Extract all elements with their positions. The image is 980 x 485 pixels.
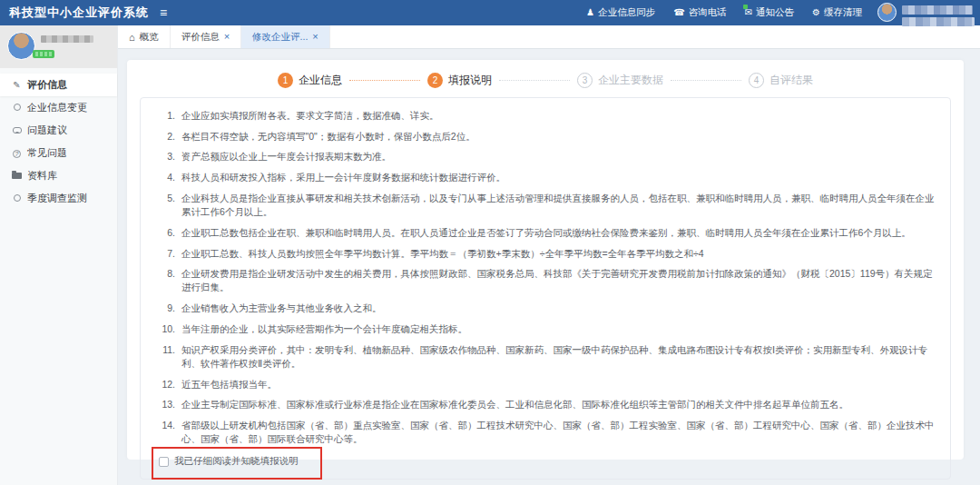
- instructions-panel: 1.企业应如实填报所附各表。要求文字简洁，数据准确、详实。 2.各栏目不得空缺，…: [140, 97, 951, 480]
- mail-icon: ✉: [745, 8, 752, 17]
- step-number: 1: [278, 73, 293, 88]
- edit-icon: ✎: [12, 81, 22, 90]
- nav-label: 缓存清理: [824, 6, 862, 19]
- step-number: 3: [577, 73, 593, 88]
- sidebar-item-label: 问题建议: [27, 124, 67, 137]
- instruction-item: 13.企业主导制定国际标准、国家标准或行业标准是指企业在国家标准化委员会、工业和…: [155, 398, 936, 411]
- top-navbar: 科技型中小企业评价系统 ≡ ♟ 企业信息同步 ☎ 咨询电话 ✉ 通知公告 ⚙ 缓…: [0, 0, 980, 25]
- step-enterprise-info: 1 企业信息: [278, 73, 342, 88]
- step-label: 企业信息: [299, 73, 342, 88]
- instruction-item: 8.企业研发费用是指企业研发活动中发生的相关费用，具体按照财政部、国家税务总局、…: [155, 267, 936, 294]
- step-number: 2: [427, 73, 443, 88]
- wizard-card: 1 企业信息 2 填报说明 3 企业主要数据 4: [127, 60, 964, 460]
- step-filling-instructions: 2 填报说明: [427, 73, 492, 88]
- nav-label: 企业信息同步: [598, 6, 655, 19]
- instruction-item: 12.近五年包括填报当年。: [155, 378, 936, 391]
- header-account-area[interactable]: [877, 3, 975, 26]
- tab-label: 概览: [140, 31, 159, 44]
- close-icon[interactable]: ×: [224, 32, 230, 42]
- nav-notice-announcement[interactable]: ✉ 通知公告: [745, 6, 794, 19]
- circle-icon: [12, 194, 22, 203]
- instruction-item: 7.企业职工总数、科技人员数均按照全年季平均数计算。季平均数＝（季初数+季末数）…: [155, 247, 936, 261]
- step-connector: [499, 80, 570, 81]
- confirm-read-checkbox-row[interactable]: 我已仔细阅读并知晓填报说明: [159, 455, 299, 468]
- step-number: 4: [749, 73, 764, 88]
- instruction-item: 5.企业科技人员是指企业直接从事研发和相关技术创新活动，以及专门从事上述活动管理…: [155, 192, 936, 219]
- tab-label: 修改企业评...: [252, 31, 308, 44]
- step-enterprise-main-data: 3 企业主要数据: [577, 73, 663, 88]
- circle-icon: [12, 104, 22, 113]
- redacted-account-name: [902, 3, 975, 26]
- instruction-item: 3.资产总额应以企业上一年度会计报表期末数为准。: [155, 150, 936, 163]
- tab-bar: ⌂ 概览 评价信息 × 修改企业评... ×: [118, 25, 980, 49]
- user-avatar[interactable]: [7, 32, 35, 60]
- sidebar-item-faq[interactable]: ? 常见问题: [0, 142, 117, 164]
- sidebar-item-library[interactable]: 资料库: [0, 164, 117, 187]
- step-label: 自评结果: [769, 73, 813, 88]
- instruction-item: 1.企业应如实填报所附各表。要求文字简洁，数据准确、详实。: [155, 109, 936, 123]
- hamburger-menu-icon[interactable]: ≡: [160, 6, 167, 19]
- instruction-item: 4.科技人员和研发投入指标，采用上一会计年度财务数据和统计数据进行评价。: [155, 171, 936, 184]
- wizard-stepper: 1 企业信息 2 填报说明 3 企业主要数据 4: [127, 60, 964, 95]
- phone-icon: ☎: [673, 8, 684, 17]
- redacted-user-name: [41, 35, 93, 43]
- step-self-eval-result: 4 自评结果: [749, 73, 813, 88]
- instruction-item: 10.当年注册的企业，以其实际经营期作为一个会计年度确定相关指标。: [155, 322, 936, 336]
- instruction-item: 2.各栏目不得空缺，无内容填写"0"；数据有小数时，保留小数点后2位。: [155, 130, 936, 144]
- tab-overview[interactable]: ⌂ 概览: [118, 25, 171, 48]
- sidebar-item-label: 资料库: [27, 169, 57, 183]
- step-label: 企业主要数据: [598, 73, 663, 88]
- step-label: 填报说明: [448, 73, 492, 88]
- app-title: 科技型中小企业评价系统: [9, 5, 149, 21]
- sidebar: ✎ 评价信息 企业信息变更 问题建议 ? 常见问题 资料库 季度调查监测: [0, 25, 118, 485]
- step-connector: [349, 80, 420, 81]
- folder-icon: [12, 172, 22, 181]
- instruction-item: 11.知识产权采用分类评价，其中：发明专利、植物新品种、国家级农作物品种、国家新…: [155, 343, 936, 371]
- instruction-item: 14.省部级以上研发机构包括国家（省、部）重点实验室、国家（省、部）工程技术研究…: [155, 419, 936, 446]
- sidebar-item-label: 常见问题: [27, 146, 67, 160]
- home-icon: ⌂: [129, 32, 135, 43]
- confirm-read-label: 我已仔细阅读并知晓填报说明: [174, 455, 299, 468]
- sidebar-item-label: 评价信息: [27, 78, 67, 92]
- user-icon: ♟: [586, 8, 594, 17]
- sidebar-item-problem-suggestion[interactable]: 问题建议: [0, 119, 117, 142]
- sidebar-item-quarterly-survey[interactable]: 季度调查监测: [0, 187, 117, 210]
- content-area: 1 企业信息 2 填报说明 3 企业主要数据 4: [118, 49, 980, 485]
- confirm-read-checkbox[interactable]: [159, 457, 169, 467]
- sidebar-item-evaluation-info[interactable]: ✎ 评价信息: [0, 74, 117, 96]
- nav-enterprise-info-sync[interactable]: ♟ 企业信息同步: [586, 6, 655, 19]
- step-connector: [671, 80, 741, 81]
- verified-badge: [33, 50, 54, 58]
- instruction-item: 6.企业职工总数包括企业在职、兼职和临时聘用人员。在职人员通过企业是否签订了劳动…: [155, 226, 936, 240]
- header-avatar: [877, 3, 897, 22]
- tab-label: 评价信息: [181, 31, 220, 44]
- notification-badge: [743, 5, 748, 9]
- nav-consult-phone[interactable]: ☎ 咨询电话: [673, 6, 726, 19]
- gear-icon: ⚙: [812, 8, 820, 17]
- nav-cache-clean[interactable]: ⚙ 缓存清理: [812, 6, 862, 19]
- sidebar-item-label: 季度调查监测: [27, 192, 87, 205]
- comment-bubble-icon: [12, 126, 22, 135]
- user-card: [0, 25, 117, 68]
- nav-label: 咨询电话: [689, 6, 727, 19]
- sidebar-item-enterprise-info-change[interactable]: 企业信息变更: [0, 96, 117, 119]
- tab-evaluation-info[interactable]: 评价信息 ×: [171, 25, 241, 48]
- sidebar-menu: ✎ 评价信息 企业信息变更 问题建议 ? 常见问题 资料库 季度调查监测: [0, 68, 117, 210]
- question-circle-icon: ?: [12, 149, 22, 158]
- sidebar-item-label: 企业信息变更: [27, 101, 87, 114]
- tab-modify-enterprise-eval[interactable]: 修改企业评... ×: [241, 25, 330, 48]
- nav-label: 通知公告: [756, 6, 794, 19]
- top-nav-links: ♟ 企业信息同步 ☎ 咨询电话 ✉ 通知公告 ⚙ 缓存清理: [586, 6, 862, 19]
- close-icon[interactable]: ×: [312, 32, 318, 42]
- instruction-item: 9.企业销售收入为主营业务与其他业务收入之和。: [155, 302, 936, 315]
